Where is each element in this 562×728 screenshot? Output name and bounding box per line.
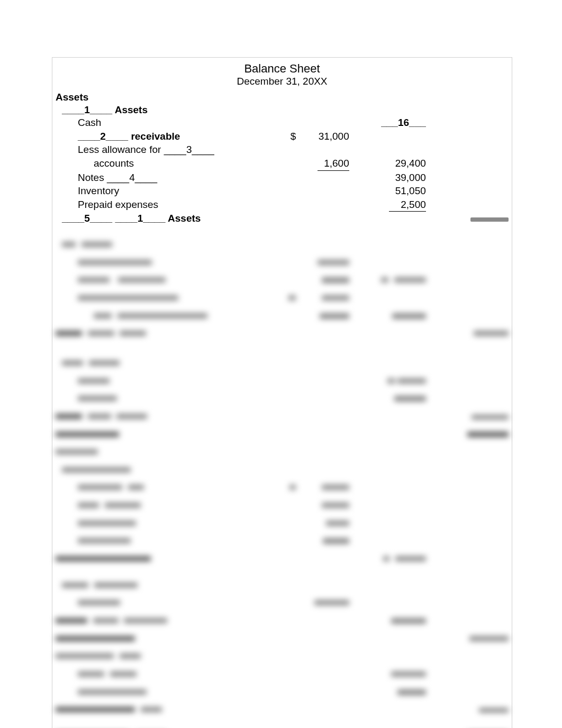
blank-16: ___16___ (381, 117, 426, 128)
inventory-amount: 51,050 (370, 184, 429, 198)
ar-amount: 31,000 (299, 130, 352, 143)
assets-table: Cash ___16___ ____2____ receivable $ 31,… (52, 116, 512, 225)
notes-amount: 39,000 (370, 171, 429, 185)
row-accounts-receivable: ____2____ receivable $ 31,000 (52, 130, 512, 143)
sheet-title: Balance Sheet (52, 58, 512, 76)
balance-sheet-panel: Balance Sheet December 31, 20XX Assets _… (52, 57, 512, 728)
total-current-assets-label: ____5____ ____1____ Assets (62, 213, 201, 224)
allowance-accounts-label: accounts (52, 157, 283, 171)
row-allowance-accounts: accounts 1,600 29,400 (52, 157, 512, 171)
blank-2-receivable: ____2____ receivable (78, 131, 180, 142)
inventory-label: Inventory (52, 184, 283, 198)
allowance-label: Less allowance for ____3____ (78, 144, 214, 155)
blank-1-assets: ____1____ Assets (62, 104, 148, 115)
row-allowance-label: Less allowance for ____3____ (52, 143, 512, 157)
row-cash: Cash ___16___ (52, 116, 512, 130)
current-assets-header: ____1____ Assets (52, 104, 512, 116)
row-inventory: Inventory 51,050 (52, 184, 512, 198)
assets-section-header: Assets (52, 90, 512, 104)
obscured-content (52, 225, 512, 728)
cash-label: Cash (52, 116, 283, 130)
notes-label: Notes ____4____ (78, 172, 157, 183)
row-total-current-assets: ____5____ ____1____ Assets (52, 212, 512, 225)
prepaid-label: Prepaid expenses (52, 198, 283, 212)
row-notes: Notes ____4____ 39,000 (52, 171, 512, 185)
prepaid-amount: 2,500 (389, 198, 426, 212)
sheet-date: December 31, 20XX (52, 76, 512, 90)
row-prepaid: Prepaid expenses 2,500 (52, 198, 512, 212)
allowance-amount: 1,600 (318, 157, 349, 171)
allowance-net: 29,400 (370, 157, 429, 171)
ar-currency: $ (283, 130, 299, 143)
